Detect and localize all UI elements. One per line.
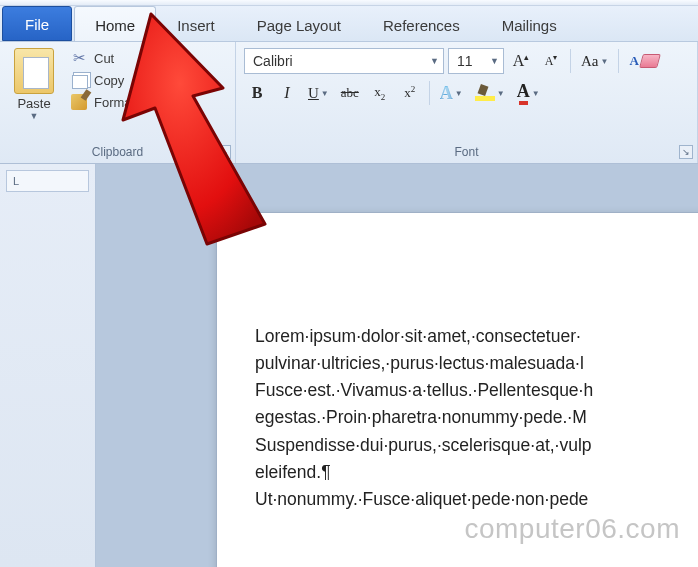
page[interactable]: Lorem·ipsum·dolor·sit·amet,·consectetuer… <box>216 212 698 567</box>
tab-mailings[interactable]: Mailings <box>481 6 578 41</box>
separator <box>429 81 430 105</box>
change-case-button[interactable]: Aa▼ <box>577 48 612 74</box>
document-area[interactable]: Lorem·ipsum·dolor·sit·amet,·consectetuer… <box>96 164 698 567</box>
subscript-button[interactable]: x2 <box>367 80 393 106</box>
italic-button[interactable]: I <box>274 80 300 106</box>
text-effects-button[interactable]: A▼ <box>436 80 467 106</box>
font-name-combo[interactable]: Calibri ▼ <box>244 48 444 74</box>
font-dialog-launcher[interactable]: ↘ <box>679 145 693 159</box>
paste-label: Paste <box>17 96 50 111</box>
font-color-button[interactable]: A▼ <box>513 80 544 106</box>
clear-formatting-button[interactable]: A <box>625 48 662 74</box>
copy-label: Copy <box>94 73 124 88</box>
ribbon: Paste ▼ ✂ Cut Copy Format Painter Clipbo… <box>0 42 698 164</box>
underline-button[interactable]: U▼ <box>304 80 333 106</box>
grow-font-button[interactable]: A▴ <box>508 48 534 74</box>
copy-icon <box>70 72 88 88</box>
superscript-button[interactable]: x2 <box>397 80 423 106</box>
document-body[interactable]: Lorem·ipsum·dolor·sit·amet,·consectetuer… <box>255 323 698 513</box>
cut-button[interactable]: ✂ Cut <box>66 48 184 68</box>
strikethrough-button[interactable]: abc <box>337 80 363 106</box>
shrink-font-button[interactable]: A▾ <box>538 48 564 74</box>
tab-references[interactable]: References <box>362 6 481 41</box>
bold-button[interactable]: B <box>244 80 270 106</box>
tab-home[interactable]: Home <box>74 6 156 41</box>
group-label-font: Font <box>244 142 689 163</box>
chevron-down-icon: ▼ <box>484 56 499 66</box>
paste-icon <box>14 48 54 94</box>
format-painter-button[interactable]: Format Painter <box>66 92 184 112</box>
cut-label: Cut <box>94 51 114 66</box>
group-font: Calibri ▼ 11 ▼ A▴ A▾ Aa▼ A B I U▼ <box>236 42 698 163</box>
group-label-clipboard: Clipboard <box>8 142 227 163</box>
file-tab[interactable]: File <box>2 6 72 41</box>
separator <box>570 49 571 73</box>
chevron-down-icon: ▼ <box>424 56 439 66</box>
font-name-value: Calibri <box>253 53 293 69</box>
highlight-button[interactable]: ▼ <box>471 80 509 106</box>
highlight-icon <box>475 85 495 101</box>
paste-button[interactable]: Paste ▼ <box>8 46 60 142</box>
nav-stub[interactable]: L <box>6 170 89 192</box>
chevron-down-icon: ▼ <box>30 111 39 121</box>
brush-icon <box>70 94 88 110</box>
group-clipboard: Paste ▼ ✂ Cut Copy Format Painter Clipbo… <box>0 42 236 163</box>
font-size-value: 11 <box>457 53 473 69</box>
tab-page-layout[interactable]: Page Layout <box>236 6 362 41</box>
navigation-pane: L <box>0 164 96 567</box>
scissors-icon: ✂ <box>70 50 88 66</box>
format-painter-label: Format Painter <box>94 95 180 110</box>
font-size-combo[interactable]: 11 ▼ <box>448 48 504 74</box>
clipboard-dialog-launcher[interactable]: ↘ <box>217 145 231 159</box>
copy-button[interactable]: Copy <box>66 70 184 90</box>
ribbon-tabs: File Home Insert Page Layout References … <box>0 6 698 42</box>
eraser-icon <box>639 54 661 68</box>
separator <box>618 49 619 73</box>
tab-insert[interactable]: Insert <box>156 6 236 41</box>
workspace: L Lorem·ipsum·dolor·sit·amet,·consectetu… <box>0 164 698 567</box>
